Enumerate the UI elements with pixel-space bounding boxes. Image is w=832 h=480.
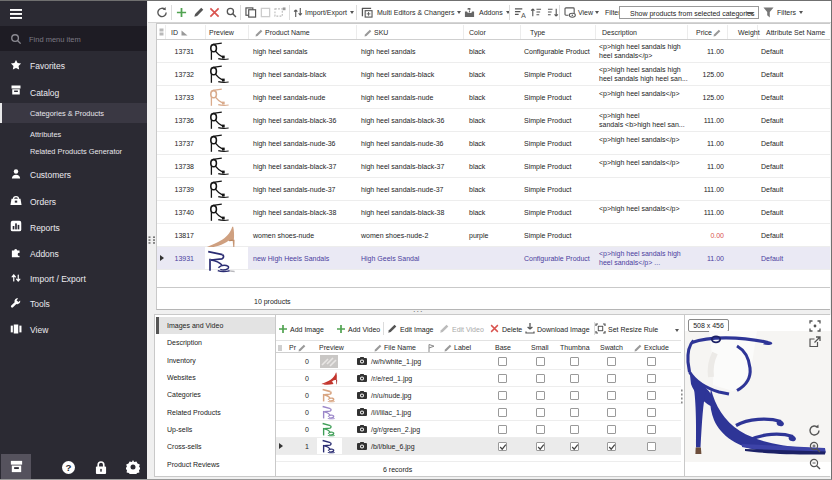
svg-text:?: ?	[66, 462, 72, 473]
svg-text:A: A	[521, 11, 526, 18]
